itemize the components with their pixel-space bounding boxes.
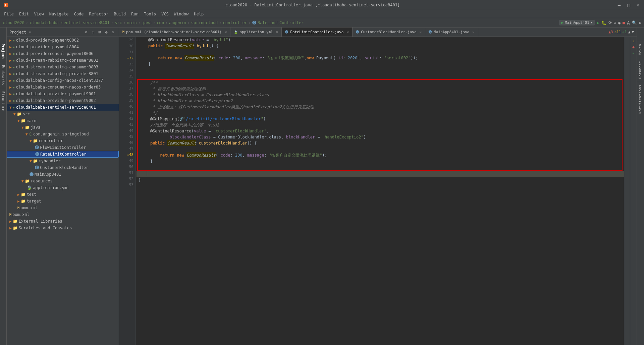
run-button[interactable]: ▶ [597, 20, 599, 25]
tree-item-ratelimit[interactable]: 🅒 RateLimitController [7, 151, 119, 158]
tree-item-customerblock[interactable]: 🅒 CustomerBlockHandler [7, 164, 119, 171]
structure-tab[interactable]: Structure [0, 89, 6, 114]
tree-item-main[interactable]: ▼ 📁 main [7, 117, 119, 124]
error-count[interactable]: ▲3 [608, 30, 613, 34]
nav-controller[interactable]: controller [223, 20, 247, 25]
tree-item-rabbitmq8801[interactable]: ▶ ▪ cloud-stream-rabbitmq-provider8801 [7, 70, 119, 77]
menu-navigate[interactable]: Navigate [47, 10, 71, 18]
notifications-tab[interactable]: Notifications [637, 82, 644, 116]
tree-item-controller-folder[interactable]: ▼ 📁 controller [7, 137, 119, 144]
panel-settings-button[interactable]: ⚙ [103, 29, 109, 35]
tab-mainapp[interactable]: 🅒 MainApp8401.java ✕ [425, 27, 478, 37]
more-run-button[interactable]: ⟳ [608, 20, 612, 25]
tree-label: cloudalibaba-provider-payment9002 [16, 98, 96, 103]
scroll-up-button[interactable]: ▲ [628, 30, 631, 34]
tree-item-nacos-order83[interactable]: ▶ ▪ cloudalibaba-consumer-nacos-order83 [7, 84, 119, 91]
tree-item-sentinel8401[interactable]: ▼ ▪ cloudalibaba-sentinel-service8401 [7, 104, 119, 111]
tree-item-src[interactable]: ▼ 📁 src [7, 111, 119, 117]
sidebar-error-icon[interactable]: ● [631, 44, 636, 50]
tree-item-payment9002[interactable]: ▶ ▪ cloudalibaba-provider-payment9002 [7, 97, 119, 104]
gutter-32: ⚠32 [119, 55, 136, 61]
tree-label: pom.xml [12, 212, 30, 217]
stop-button[interactable]: ■ [623, 20, 625, 25]
tab-ratelimit-close[interactable]: ✕ [346, 30, 349, 34]
menu-view[interactable]: View [32, 10, 47, 18]
expand-all-button[interactable]: ↕ [90, 29, 96, 35]
nav-com[interactable]: com [157, 20, 164, 25]
maximize-button[interactable]: □ [625, 2, 632, 8]
settings-button[interactable]: ⚙ [639, 20, 641, 25]
menu-tools[interactable]: Tools [141, 10, 159, 18]
menu-file[interactable]: File [1, 10, 16, 18]
tree-item-appyml[interactable]: 🍃 application.yml [7, 184, 119, 191]
tab-yml-close[interactable]: ✕ [276, 30, 278, 34]
tree-item-scratches[interactable]: ▶ 📁 Scratches and Consoles [7, 225, 119, 231]
tree-item-package[interactable]: ▼ ⬡ com.angenin.springcloud [7, 131, 119, 137]
nav-cloud2020[interactable]: cloud2020 [3, 20, 24, 25]
tab-pom[interactable]: M pom.xml (cloudalibaba-sentinel-service… [119, 27, 230, 37]
close-button[interactable]: ✕ [635, 2, 641, 8]
menu-run[interactable]: Run [128, 10, 141, 18]
tree-item-test[interactable]: ▶ 📁 test [7, 191, 119, 198]
menu-code[interactable]: Code [71, 10, 87, 18]
tree-item-mainapp8401[interactable]: 🅒 MainApp8401 [7, 171, 119, 178]
menu-window[interactable]: Window [171, 10, 191, 18]
tree-item-payment9001[interactable]: ▶ ▪ cloudalibaba-provider-payment9001 [7, 91, 119, 97]
tree-item-java[interactable]: ▼ 📁 java [7, 124, 119, 131]
tab-customerblock-close[interactable]: ✕ [420, 30, 422, 34]
tree-item-nacos3377[interactable]: ▶ ▪ cloudalibaba-config-nacos-client3377 [7, 77, 119, 84]
translate-button[interactable]: A [627, 20, 630, 25]
folder-icon: 📁 [33, 159, 38, 163]
menu-refactor[interactable]: Refactor [86, 10, 111, 18]
tab-customerblock[interactable]: 🅒 CustomerBlockHandler.java ✕ [353, 27, 425, 37]
search-everywhere-button[interactable]: 🔍 [632, 20, 637, 25]
tree-item-rabbitmq8803[interactable]: ▶ ▪ cloud-stream-rabbitmq-consumer8803 [7, 64, 119, 70]
nav-java[interactable]: java [142, 20, 152, 25]
warning-count[interactable]: ⚠11 [614, 30, 621, 34]
locate-file-button[interactable]: ⊙ [83, 29, 89, 35]
tree-item-rabbitmq8802[interactable]: ▶ ▪ cloud-stream-rabbitmq-consumer8802 [7, 57, 119, 64]
debug-button[interactable]: 🐛 [601, 20, 606, 25]
tab-pom-close[interactable]: ✕ [225, 30, 227, 34]
tab-yml[interactable]: 🍃 application.yml ✕ [230, 27, 282, 37]
project-tab[interactable]: Project [0, 41, 6, 62]
nav-src[interactable]: src [115, 20, 122, 25]
tree-item-ext-libs[interactable]: ▶ 📁 External Libraries [7, 218, 119, 225]
tree-item-pom-root[interactable]: M pom.xml [7, 211, 119, 218]
code-editor[interactable]: @SentinelResource(value = "byUrl") publi… [136, 37, 624, 345]
nav-classname[interactable]: RateLimitController [258, 20, 304, 25]
tree-item-pom-module[interactable]: M pom.xml [7, 205, 119, 211]
ok-count[interactable]: ✓1 [623, 30, 627, 34]
scroll-down-button[interactable]: ▼ [632, 30, 634, 34]
minimap-scrollbar[interactable] [624, 37, 630, 345]
nav-module[interactable]: cloudalibaba-sentinel-service8401 [30, 20, 109, 25]
database-tab[interactable]: Database [637, 58, 644, 81]
sidebar-warnings-icon[interactable]: ⚠ [631, 38, 636, 44]
tree-item-resources[interactable]: ▼ 📁 resources [7, 178, 119, 184]
nav-main[interactable]: main [127, 20, 137, 25]
tree-item-consul8006[interactable]: ▶ ▪ cloud-providerconsul-payment8006 [7, 50, 119, 57]
coverage-button[interactable]: ⊕ [614, 20, 616, 25]
menu-help[interactable]: Help [191, 10, 206, 18]
nav-run-config[interactable]: ▶ MainApp8401 ▾ [559, 20, 595, 25]
tab-ratelimit[interactable]: 🅒 RateLimitController.java ✕ [282, 27, 353, 37]
module-icon: ▪ [13, 85, 15, 90]
nav-springcloud[interactable]: springcloud [191, 20, 218, 25]
tree-item-flowlimit[interactable]: 🅒 FlowLimitController [7, 144, 119, 151]
menu-build[interactable]: Build [111, 10, 128, 18]
maven-tab[interactable]: Maven [637, 41, 644, 58]
profiler-button[interactable]: ◉ [618, 20, 621, 25]
tree-item-target[interactable]: ▶ 📁 target [7, 198, 119, 205]
nav-angenin[interactable]: angenin [169, 20, 186, 25]
tree-item-myhandler[interactable]: ▼ 📁 myhandler [7, 158, 119, 164]
panel-close-button[interactable]: ✕ [110, 29, 116, 35]
tree-item-payment8004[interactable]: ▶ ▪ cloud-provider-payment8004 [7, 44, 119, 50]
menu-vcs[interactable]: VCS [159, 10, 171, 18]
tree-item-payment8002[interactable]: ▶ ▪ cloud-provider-payment8002 [7, 37, 119, 44]
minimize-button[interactable]: — [616, 2, 623, 8]
collapse-all-button[interactable]: ⊟ [97, 29, 103, 35]
sidebar-ok-icon[interactable]: ✓ [631, 50, 636, 56]
tab-mainapp-close[interactable]: ✕ [472, 30, 475, 34]
menu-edit[interactable]: Edit [16, 10, 32, 18]
bookmarks-tab[interactable]: Bookmarks [0, 62, 6, 88]
